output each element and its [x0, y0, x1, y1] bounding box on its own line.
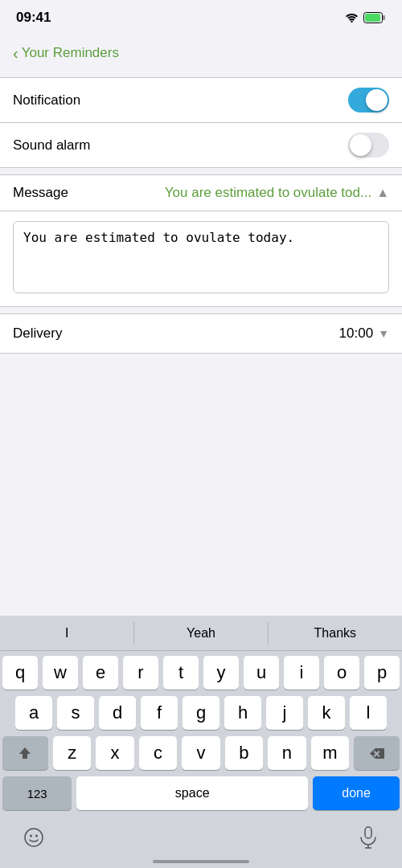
key-g[interactable]: g: [183, 696, 219, 730]
key-row-3: z x c v b n m: [2, 736, 400, 770]
key-p[interactable]: p: [364, 656, 400, 690]
predictive-item-2[interactable]: Thanks: [269, 616, 402, 650]
key-k[interactable]: k: [308, 696, 345, 730]
key-t[interactable]: t: [163, 656, 199, 690]
keyboard: I Yeah Thanks q w e r t y u i o p a s d …: [0, 616, 402, 868]
num-key[interactable]: 123: [2, 776, 72, 810]
sound-alarm-toggle-thumb: [350, 134, 371, 156]
message-preview-area: You are estimated to ovulate tod... ▲: [165, 185, 389, 201]
message-section: Message You are estimated to ovulate tod…: [0, 174, 402, 307]
delivery-label: Delivery: [13, 326, 62, 342]
predictive-item-0[interactable]: I: [0, 616, 133, 650]
svg-point-5: [30, 835, 32, 837]
message-label: Message: [13, 185, 68, 201]
key-b[interactable]: b: [225, 736, 263, 770]
backspace-icon: [369, 747, 385, 760]
key-u[interactable]: u: [244, 656, 279, 690]
emoji-button[interactable]: [19, 823, 48, 852]
chevron-down-icon: ▼: [378, 327, 389, 340]
svg-rect-2: [383, 15, 385, 20]
key-r[interactable]: r: [123, 656, 158, 690]
home-indicator: [153, 860, 249, 863]
key-m[interactable]: m: [311, 736, 349, 770]
delivery-section: Delivery 10:00 ▼: [0, 313, 402, 354]
key-c[interactable]: c: [139, 736, 177, 770]
key-s[interactable]: s: [57, 696, 94, 730]
key-d[interactable]: d: [99, 696, 136, 730]
nav-bar: ‹ Your Reminders: [0, 35, 402, 71]
bottom-bar: [0, 817, 402, 852]
predictive-bar: I Yeah Thanks: [0, 616, 402, 651]
back-label: Your Reminders: [22, 45, 119, 61]
back-button[interactable]: ‹ Your Reminders: [13, 45, 119, 61]
key-n[interactable]: n: [268, 736, 306, 770]
key-e[interactable]: e: [83, 656, 118, 690]
back-chevron-icon: ‹: [13, 45, 18, 61]
delivery-row: Delivery 10:00 ▼: [0, 314, 402, 353]
key-row-2: a s d f g h j k l: [2, 696, 400, 730]
key-rows: q w e r t y u i o p a s d f g h j k l: [0, 651, 402, 810]
key-h[interactable]: h: [224, 696, 261, 730]
delivery-time-value: 10:00: [339, 326, 374, 342]
delivery-time-picker[interactable]: 10:00 ▼: [339, 326, 389, 342]
key-y[interactable]: y: [203, 656, 239, 690]
content-spacer: [0, 354, 402, 418]
key-x[interactable]: x: [96, 736, 133, 770]
shift-icon: [18, 746, 32, 760]
svg-rect-3: [365, 14, 380, 22]
key-row-4: 123 space done: [2, 776, 400, 810]
mic-button[interactable]: [354, 823, 383, 852]
wifi-icon: [345, 13, 359, 23]
space-key[interactable]: space: [76, 776, 308, 810]
status-bar: 09:41: [0, 0, 402, 35]
predictive-item-1[interactable]: Yeah: [134, 616, 268, 650]
message-body: [0, 211, 402, 306]
notification-toggle[interactable]: [348, 88, 389, 113]
message-preview: You are estimated to ovulate tod...: [165, 185, 371, 201]
key-q[interactable]: q: [2, 656, 38, 690]
key-f[interactable]: f: [141, 696, 178, 730]
key-j[interactable]: j: [266, 696, 303, 730]
sound-alarm-label: Sound alarm: [13, 137, 90, 154]
key-l[interactable]: l: [350, 696, 387, 730]
notification-toggle-thumb: [366, 89, 388, 111]
svg-point-0: [351, 21, 352, 23]
done-key[interactable]: done: [313, 776, 400, 810]
key-o[interactable]: o: [324, 656, 359, 690]
key-v[interactable]: v: [182, 736, 219, 770]
svg-rect-7: [365, 827, 371, 838]
sound-alarm-row: Sound alarm: [0, 122, 402, 167]
mic-icon: [359, 826, 377, 849]
status-icons: [345, 12, 386, 23]
notification-label: Notification: [13, 92, 80, 108]
shift-key[interactable]: [2, 736, 48, 770]
message-input[interactable]: [13, 221, 389, 293]
emoji-icon: [23, 827, 44, 848]
svg-point-6: [35, 835, 38, 837]
notification-row: Notification: [0, 78, 402, 122]
chevron-up-icon: ▲: [376, 186, 389, 200]
message-header[interactable]: Message You are estimated to ovulate tod…: [0, 175, 402, 211]
svg-point-4: [25, 829, 43, 846]
backspace-key[interactable]: [354, 736, 400, 770]
notification-section: Notification Sound alarm: [0, 77, 402, 168]
status-time: 09:41: [16, 10, 51, 26]
key-i[interactable]: i: [284, 656, 319, 690]
battery-icon: [363, 12, 386, 23]
sound-alarm-toggle[interactable]: [348, 133, 389, 158]
key-a[interactable]: a: [15, 696, 52, 730]
key-row-1: q w e r t y u i o p: [2, 656, 400, 690]
key-w[interactable]: w: [43, 656, 78, 690]
key-z[interactable]: z: [53, 736, 91, 770]
